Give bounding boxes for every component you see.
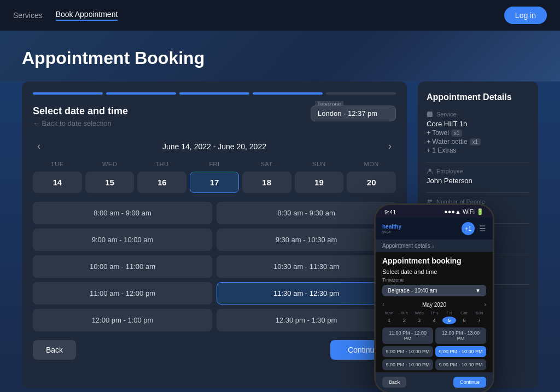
date-17[interactable]: 17 — [190, 172, 239, 193]
back-to-date-link[interactable]: ← Back to date selection — [33, 119, 128, 127]
slot-830-930[interactable]: 8:30 am - 9:30 am — [217, 202, 396, 224]
employee-label: Employee — [427, 168, 529, 174]
date-14[interactable]: 14 — [33, 172, 82, 193]
phone-day-sun: Sun — [472, 311, 486, 315]
timezone-select[interactable]: London - 12:37 pm — [311, 106, 396, 121]
nav-services[interactable]: Services — [13, 11, 43, 20]
phone-prev-btn[interactable]: ‹ — [382, 301, 384, 308]
phone-cal-nav: ‹ May 2020 › — [376, 299, 493, 311]
days-header: TUE WED THU FRI SAT SUN MON — [33, 161, 396, 167]
phone-mockup: 9:41 ●●●▲ WiFi 🔋 healthy yoga +1 ☰ Appoi… — [374, 203, 494, 392]
phone-slot-2[interactable]: 12:00 PM - 13:00 PM — [435, 327, 486, 344]
phone-day-sat: Sat — [457, 311, 471, 315]
phone-chevron-icon: ▼ — [475, 288, 481, 294]
slot-900-1000[interactable]: 9:00 am - 10:00 am — [33, 229, 212, 251]
phone-subsection-title: Select date and time — [376, 267, 493, 277]
phone-footer: Back Continue — [376, 372, 493, 392]
phone-day-names: Mon Tue Wed Thu Fri Sat Sun — [376, 311, 493, 315]
phone-dates: 1 2 3 4 5 6 7 — [376, 315, 493, 325]
nav-links: Services Book Appointment — [13, 10, 118, 21]
phone-section-title: Appointment booking — [376, 252, 493, 267]
extra-others: + 1 Extras — [427, 147, 529, 154]
slot-1230-1330[interactable]: 12:30 pm - 1:30 pm — [217, 309, 396, 331]
day-thu: THU — [137, 161, 186, 167]
calendar-nav: ‹ June 14, 2022 - June 20, 2022 › — [33, 138, 396, 154]
phone-date-1[interactable]: 1 — [382, 317, 396, 324]
date-15[interactable]: 15 — [85, 172, 135, 193]
phone-breadcrumb-text: Appointment details ↓ — [382, 243, 435, 249]
left-panel: Select date and time ← Back to date sele… — [22, 81, 407, 388]
date-16[interactable]: 16 — [137, 172, 186, 193]
phone-cal-month: May 2020 — [422, 302, 446, 308]
phone-timezone-value: Belgrade - 10:40 am — [388, 288, 438, 294]
phone-date-5[interactable]: 5 — [442, 317, 456, 324]
slot-1030-1130[interactable]: 10:30 am - 11:30 am — [217, 255, 396, 278]
employee-name: John Peterson — [427, 177, 529, 185]
phone-date-4[interactable]: 4 — [427, 317, 441, 324]
phone-slot-5[interactable]: 9:00 PM - 10:00 PM — [382, 359, 433, 370]
page-title: Appointment Booking — [22, 48, 538, 68]
phone-menu-icon[interactable]: ☰ — [479, 224, 486, 233]
phone-continue-button[interactable]: Continue — [453, 377, 486, 388]
day-sat: SAT — [242, 161, 291, 167]
date-18[interactable]: 18 — [242, 172, 291, 193]
day-mon: MON — [347, 161, 396, 167]
svg-point-2 — [428, 200, 430, 202]
details-title: Appointment Details — [427, 92, 529, 102]
date-19[interactable]: 19 — [295, 172, 344, 193]
slot-1100-1200[interactable]: 11:00 am - 12:00 pm — [33, 282, 212, 305]
phone-slot-6[interactable]: 9:00 PM - 10:00 PM — [435, 359, 486, 370]
phone-logo-text: healthy — [382, 224, 401, 230]
phone-timezone-label: Timezone — [376, 277, 493, 283]
phone-day-wed: Wed — [412, 311, 426, 315]
day-tue: TUE — [33, 161, 82, 167]
slot-930-1030[interactable]: 9:30 am - 10:30 am — [217, 229, 396, 251]
day-wed: WED — [85, 161, 135, 167]
progress-bar — [33, 92, 396, 95]
slot-800-900[interactable]: 8:00 am - 9:00 am — [33, 202, 212, 224]
phone-date-6[interactable]: 6 — [457, 317, 471, 324]
phone-time-slots: 11:00 PM - 12:00 PM 12:00 PM - 13:00 PM … — [376, 327, 493, 372]
phone-slot-4[interactable]: 9:00 PM - 10:00 PM — [435, 346, 486, 357]
phone-day-fri: Fri — [442, 311, 456, 315]
phone-time: 9:41 — [384, 209, 396, 215]
nav-book[interactable]: Book Appointment — [56, 10, 118, 21]
next-week-button[interactable]: › — [384, 138, 396, 154]
slot-1000-1100[interactable]: 10:00 am - 11:00 am — [33, 255, 212, 278]
phone-navbar: healthy yoga +1 ☰ — [376, 218, 493, 239]
timezone-wrapper: Timezone London - 12:37 pm — [311, 106, 396, 121]
phone-day-tue: Tue — [397, 311, 411, 315]
prev-week-button[interactable]: ‹ — [33, 138, 45, 154]
phone-slot-1[interactable]: 11:00 PM - 12:00 PM — [382, 327, 433, 344]
phone-day-thu: Thu — [427, 311, 441, 315]
divider-2 — [427, 192, 529, 193]
calendar-range: June 14, 2022 - June 20, 2022 — [162, 142, 266, 151]
dates-row: 14 15 16 17 18 19 20 — [33, 172, 396, 193]
phone-icon-circle[interactable]: +1 — [462, 222, 475, 235]
phone-timezone-select[interactable]: Belgrade - 10:40 am ▼ — [382, 285, 486, 296]
day-fri: FRI — [190, 161, 239, 167]
phone-breadcrumb: Appointment details ↓ — [376, 239, 493, 252]
svg-rect-0 — [427, 112, 433, 117]
phone-date-7[interactable]: 7 — [472, 317, 486, 324]
svg-point-3 — [430, 200, 432, 202]
phone-date-3[interactable]: 3 — [412, 317, 426, 324]
login-button[interactable]: Log in — [504, 7, 547, 24]
back-button[interactable]: Back — [33, 340, 76, 360]
progress-seg-2 — [106, 92, 176, 95]
phone-date-2[interactable]: 2 — [397, 317, 411, 324]
service-icon — [427, 111, 433, 118]
phone-status-bar: 9:41 ●●●▲ WiFi 🔋 — [376, 205, 493, 218]
date-20[interactable]: 20 — [347, 172, 396, 193]
phone-day-mon: Mon — [382, 311, 396, 315]
navbar: Services Book Appointment Log in — [0, 0, 560, 31]
day-sun: SUN — [295, 161, 344, 167]
slot-1200-1300[interactable]: 12:00 pm - 1:00 pm — [33, 309, 212, 331]
phone-logo-sub: yoga — [382, 230, 401, 233]
slot-1130-1230[interactable]: 11:30 am - 12:30 pm — [217, 282, 396, 305]
phone-icons: +1 ☰ — [462, 222, 486, 235]
phone-next-btn[interactable]: › — [484, 301, 486, 308]
phone-back-button[interactable]: Back — [382, 377, 406, 388]
phone-slot-3[interactable]: 9:00 PM - 10:00 PM — [382, 346, 433, 357]
extra-water: + Water bottlex1 — [427, 138, 529, 145]
